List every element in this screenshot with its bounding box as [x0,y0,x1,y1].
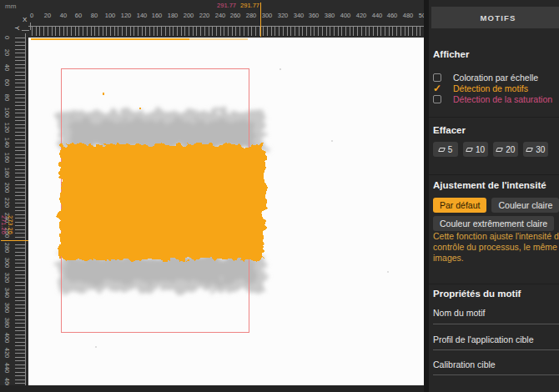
ruler-label: 40 [60,12,67,19]
speck-gray-2 [331,140,333,142]
ruler-top-tick [130,27,131,36]
ruler-label: 180 [168,12,179,19]
erase-size-label: 5 [448,145,453,154]
profil-application-cible-input[interactable] [433,349,559,350]
ruler-label: 280 [246,12,257,19]
y-marker-line [1,240,28,241]
checkmark-icon[interactable]: ✓ [433,84,443,93]
erase-size-label: 20 [506,145,515,154]
spray-fuzz-bottom [58,254,265,291]
description-line: contrôle du processus, le même réglage [433,242,559,253]
speck-orange-1 [103,93,104,95]
ruler-label: 200 [3,183,11,193]
ruler-left-tick [15,113,25,113]
ruler-left-tick [15,383,25,384]
erase-30-button[interactable]: 30 [523,142,548,157]
proprietes-heading: Propriétés du motif [433,289,521,299]
ruler-left-tick [15,124,25,125]
ruler-left-tick [15,274,25,275]
ruler-label: 20 [44,12,51,19]
y-marker-orange: 273.26 [7,215,14,234]
ruler-left-tick [15,195,25,196]
erase-size-label: 10 [476,145,485,154]
ruler-left-tick [15,38,25,38]
speck-gray-4 [387,271,389,273]
ruler-top-tick [283,27,284,36]
detected-pattern [60,144,265,259]
ruler-top-tick [63,27,64,36]
erase-5-button[interactable]: 5 [433,142,458,157]
ruler-top-tick [412,27,413,36]
ruler-left-tick [15,207,25,208]
ruler-left-tick [15,188,25,188]
ruler-left-tick [15,87,25,88]
ruler-label: 320 [3,273,11,284]
ruler-left-tick [15,102,25,103]
ruler-top-tick [224,27,224,36]
ruler-left-tick [15,304,25,305]
effacer-heading: Effacer [433,125,466,135]
ruler-label: 40 [3,64,11,71]
erase-20-button[interactable]: 20 [493,142,518,157]
ruler-left-tick [15,338,25,339]
erase-10-button[interactable]: 10 [463,142,488,157]
ruler-top-tick [126,27,127,36]
ruler-label: 0 [3,36,11,39]
scan-canvas[interactable] [28,38,424,385]
ruler-left-tick [15,225,25,226]
ruler-left-tick [15,319,25,320]
afficher-heading: Afficher [433,49,469,59]
option-detection-de-motifs[interactable]: ✓ Détection de motifs [433,83,528,93]
ruler-left-tick [15,372,25,373]
ruler-top-tick [232,27,233,36]
ruler-top-tick [377,27,378,36]
ruler-top-tick [248,27,249,36]
ruler-left-tick [15,360,25,361]
option-detection-de-la-saturation[interactable]: Détection de la saturation [433,94,552,104]
ruler-left-tick [15,308,25,309]
ruler-label: 60 [3,79,11,86]
calibration-cible-input[interactable] [433,374,559,375]
nom-du-motif-input[interactable] [433,324,559,324]
ruler-label: 240 [215,12,226,19]
ruler-top-tick [338,27,339,36]
ruler-label: 220 [199,12,210,19]
ruler-left-tick [15,60,25,61]
ruler-top-tick [48,27,48,36]
erase-size-label: 30 [536,145,545,154]
ruler-top-tick [330,27,330,36]
ruler-top-tick [396,27,397,36]
ruler-label: 420 [3,348,11,359]
checkbox-unchecked-icon[interactable] [433,73,441,82]
ruler-left-tick [15,267,25,268]
option-coloration-par-echelle[interactable]: Coloration par échelle [433,73,538,83]
ruler-left-tick [15,379,25,380]
ruler-label: 260 [230,12,241,19]
ruler-top-tick [299,27,300,36]
intensity-couleur-claire-button[interactable]: Couleur claire [491,198,559,213]
ruler-left-tick [15,128,25,128]
ruler-left-tick [15,150,25,151]
ruler-left-tick [15,233,25,234]
ruler-left-tick [15,162,25,163]
ruler-left-tick [15,285,25,286]
checkbox-unchecked-icon[interactable] [433,95,441,103]
ruler-top-tick [209,27,209,36]
ruler-top-tick [103,27,103,36]
ruler-left-tick [15,297,25,298]
intensity-couleur-extremement-claire-button[interactable]: Couleur extrêmement claire [433,216,554,231]
calibration-cible-label: Calibration cible [433,359,496,369]
ruler-left-tick [15,79,25,80]
ruler-top-tick [142,27,143,36]
description-line: Cette fonction ajuste l'intensité de l'i… [433,231,559,242]
intensity-par-defaut-button[interactable]: Par défaut [433,198,486,213]
ruler-top-tick [389,27,390,36]
ruler-top-tick [165,27,166,36]
ruler-top-tick [357,27,358,36]
ruler-label: 320 [278,12,289,19]
ruler-label: 420 [356,12,367,19]
ruler-top-tick [239,27,240,36]
ruler-left-tick [15,327,25,328]
option-label: Détection de la saturation [453,94,552,104]
y-axis-label: Y [13,26,21,30]
